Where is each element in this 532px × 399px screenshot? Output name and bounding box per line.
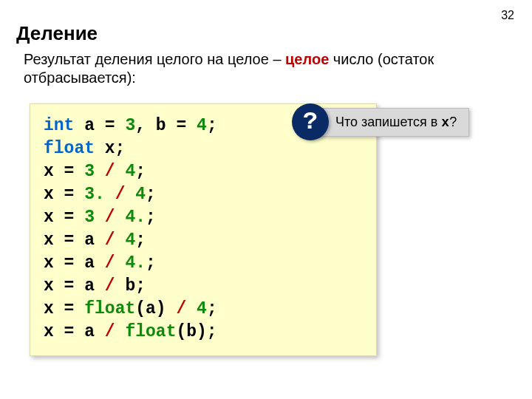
- callout-text-before: Что запишется в: [335, 115, 441, 129]
- callout-var: x: [441, 115, 449, 130]
- description: Результат деления целого на целое – цело…: [24, 50, 502, 87]
- kw-int: int: [44, 116, 74, 135]
- page-number: 32: [501, 9, 514, 22]
- kw-float: float: [44, 139, 95, 158]
- callout: ? Что запишется в x?: [292, 103, 469, 140]
- callout-box: Что запишется в x?: [314, 108, 469, 137]
- desc-em: целое: [285, 51, 329, 67]
- callout-text-after: ?: [449, 115, 457, 129]
- code-block: int a = 3, b = 4; float x; x = 3 / 4; x …: [30, 103, 377, 356]
- question-mark-icon: ?: [292, 103, 329, 140]
- desc-before: Результат деления целого на целое –: [24, 51, 285, 67]
- page-title: Деление: [16, 22, 98, 45]
